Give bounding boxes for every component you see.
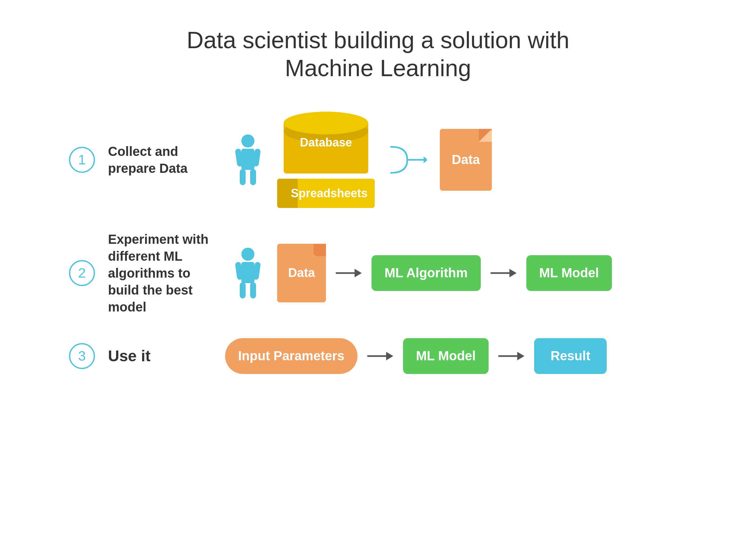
ml-model-box-step3: ML Model [403, 338, 489, 374]
step-2-person-icon [231, 247, 264, 299]
step-3-number: 3 [69, 343, 95, 369]
page-title: Data scientist building a solution with … [187, 26, 570, 82]
step-2-row: 2 Experiment with different ML algorithm… [69, 231, 687, 315]
step-3-arrow-2 [498, 348, 525, 364]
input-parameters-label: Input Parameters [238, 349, 344, 363]
step-2-label: Experiment with different ML algorithms … [108, 231, 219, 315]
svg-rect-4 [240, 169, 246, 185]
ml-algorithm-label: ML Algorithm [384, 266, 468, 280]
database-label: Database [300, 136, 352, 149]
page-container: Data scientist building a solution with … [0, 0, 756, 538]
svg-rect-1 [241, 149, 254, 170]
svg-point-7 [241, 248, 254, 261]
database-cylinder: Database [284, 112, 368, 174]
step-1-data-file: Data [440, 129, 492, 191]
step-1-data-label: Data [452, 152, 480, 167]
result-label: Result [550, 349, 590, 363]
svg-marker-14 [355, 269, 362, 277]
input-parameters-box: Input Parameters [225, 338, 358, 374]
step-3-label: Use it [108, 346, 193, 366]
ml-model-label-step3: ML Model [416, 349, 476, 363]
svg-marker-20 [517, 352, 525, 360]
svg-rect-11 [240, 282, 246, 298]
ml-model-label-step2: ML Model [539, 266, 599, 280]
svg-marker-18 [386, 352, 393, 360]
svg-rect-8 [241, 262, 254, 283]
svg-rect-12 [250, 282, 256, 298]
result-box: Result [534, 338, 606, 374]
step-3-flow: Input Parameters ML Model [225, 338, 607, 374]
step-3-row: 3 Use it Input Parameters ML Model [69, 338, 687, 374]
step-1-row: 1 Collect and prepare Data [69, 112, 687, 208]
step-1-number: 1 [69, 147, 95, 173]
step-1-arrow [388, 127, 427, 192]
step-3-arrow-1 [367, 348, 393, 364]
svg-marker-16 [509, 269, 517, 277]
step-2-data-label: Data [288, 266, 315, 280]
step-2-arrow-1 [336, 265, 362, 281]
spreadsheets-box: Spreadsheets [277, 179, 375, 208]
svg-point-0 [241, 134, 254, 147]
svg-marker-6 [424, 157, 427, 163]
svg-rect-5 [250, 169, 256, 185]
step-2-number: 2 [69, 260, 95, 286]
step-2-arrow-2 [490, 265, 517, 281]
ml-model-box-step2: ML Model [526, 255, 612, 291]
step-1-person-icon [231, 134, 264, 186]
step-2-flow: Data ML Algorithm [277, 244, 612, 302]
steps-container: 1 Collect and prepare Data [69, 112, 687, 374]
step-1-label: Collect and prepare Data [108, 143, 219, 177]
step-1-sources: Database Spreadsheets [277, 112, 375, 208]
step-2-data-file: Data [277, 244, 326, 302]
ml-algorithm-box: ML Algorithm [372, 255, 481, 291]
spreadsheets-label: Spreadsheets [284, 187, 368, 200]
